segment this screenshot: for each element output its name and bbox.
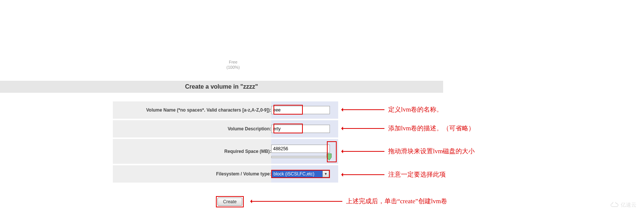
volume-description-label: Volume Description: <box>113 120 271 137</box>
volume-name-label: Volume Name (*no spaces*. Valid characte… <box>113 101 271 119</box>
create-button-highlight: Create <box>216 196 244 207</box>
free-text: Free <box>229 60 237 64</box>
space-slider-handle[interactable] <box>327 153 332 161</box>
heading-bar: Create a volume in "zzzz" <box>0 81 443 93</box>
arrow-icon <box>343 151 384 152</box>
fs-type-selected: block (iSCSI,FC,etc) <box>272 171 322 177</box>
space-slider-track[interactable] <box>271 156 330 158</box>
annotation-slider: 拖动滑块来设置lvm磁盘的大小 <box>388 147 475 156</box>
free-percent: (100%) <box>226 65 240 69</box>
arrow-icon <box>343 128 384 129</box>
arrow-icon <box>252 201 342 202</box>
required-space-label: Required Space (MB): <box>113 139 271 164</box>
create-volume-form: Volume Name (*no spaces*. Valid characte… <box>113 101 338 183</box>
volume-description-input[interactable] <box>271 125 330 133</box>
watermark: 亿速云 <box>610 202 636 208</box>
watermark-text: 亿速云 <box>621 202 636 208</box>
arrow-icon <box>343 174 384 175</box>
fs-type-select[interactable]: block (iSCSI,FC,etc) ▼ <box>271 170 330 178</box>
required-space-input[interactable] <box>271 145 330 153</box>
fs-type-label: Filesystem / Volume type: <box>113 165 271 183</box>
chevron-down-icon[interactable]: ▼ <box>322 171 329 177</box>
create-button[interactable]: Create <box>217 198 242 206</box>
annotation-volume-desc: 添加lvm卷的描述。（可省略） <box>388 124 475 133</box>
free-space-label: Free (100%) <box>226 59 240 70</box>
annotation-create: 上述完成后，单击“create”创建lvm卷 <box>346 197 447 205</box>
arrow-icon <box>343 109 384 110</box>
cloud-icon <box>610 202 619 208</box>
page-title: Create a volume in "zzzz" <box>185 83 258 90</box>
annotation-volume-name: 定义lvm卷的名称。 <box>388 105 443 114</box>
volume-name-input[interactable] <box>271 106 330 114</box>
annotation-fs-type: 注意一定要选择此项 <box>388 170 446 179</box>
